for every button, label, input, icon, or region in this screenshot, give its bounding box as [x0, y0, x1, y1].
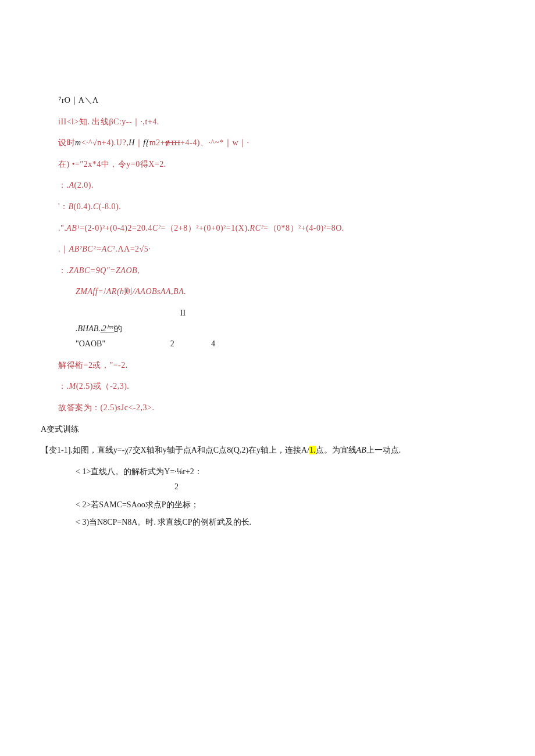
- line-3c: <·^√n+4).U?,: [81, 138, 129, 147]
- page-content: ⁷rO｜A＼Λ iII<l>知. 出线βC:y--｜·,t+4. 设时m<·^√…: [0, 0, 535, 568]
- line-9: ：.ZABC=9Q″=ZAOB,: [58, 263, 488, 279]
- line-6: '：B(0.4).C(-8.0).: [58, 199, 488, 215]
- l7a: .".: [58, 224, 66, 232]
- l17c: 点。为宜线AB上一动点.: [316, 446, 401, 454]
- line-15: 故答案为：(2.5)sJc<-2,3>.: [58, 400, 488, 416]
- l14b: M: [69, 382, 76, 390]
- grid-c: "OAOB": [76, 336, 135, 352]
- l14c: (2.5)或（-2,3).: [76, 382, 130, 390]
- line-3d: H: [129, 138, 135, 147]
- sub-items: < 1>直线八。的解析式为Y=·⅛r+2： 2 < 2>若SAMC=SAoo求点…: [76, 464, 488, 531]
- l8a: .｜: [58, 245, 69, 253]
- line-3: 设时m<·^√n+4).U?,H｜f{m2+ɇɪɪɪ+4-4)、·^~*｜w｜·: [58, 135, 488, 151]
- line-5a: ：.: [58, 181, 69, 189]
- grid-a: .BHAB.ᵢ2ˡᵐˡ的: [76, 321, 215, 337]
- line-5: ：.A(2.0).: [58, 178, 488, 194]
- l9a: ：.: [58, 266, 69, 275]
- l10c: AR(h: [106, 287, 124, 296]
- line-3f: f{: [143, 138, 149, 147]
- line-10: ZMAff=/AR(h则/AAOBsAA,BA.: [76, 284, 488, 300]
- line-18: < 1>直线八。的解析式为Y=·⅛r+2： 2: [76, 464, 488, 495]
- line-19: < 2>若SAMC=SAoo求点P的坐标；: [76, 497, 488, 513]
- grid-d: 2: [141, 336, 174, 352]
- line-5b: A: [69, 181, 74, 189]
- line-1: ⁷rO｜A＼Λ: [58, 93, 488, 109]
- line-3b: m: [75, 138, 81, 147]
- line-14: ：.M(2.5)或（-2,3).: [58, 379, 488, 395]
- l8b: AB²BC²=AC².: [69, 245, 118, 253]
- grid-block: II .BHAB.ᵢ2ˡᵐˡ的 "OAOB" 2 4: [58, 306, 488, 352]
- l10a: ZMAff=: [76, 287, 104, 296]
- line-20: < 3)当N8CP=N8A。时. 求直线CP的例析武及的长.: [76, 515, 488, 531]
- line-3g: m2+ɇɪɪɪ+4-4)、·^~*｜w｜·: [149, 138, 249, 147]
- l7c: =(2-0)²+(0-4)2=20.4: [80, 224, 152, 232]
- grid-e: 4: [180, 336, 215, 352]
- line-16: A变式训练: [41, 422, 488, 438]
- line-6c: (0.4).: [74, 202, 93, 211]
- line-6d: C: [93, 202, 99, 211]
- l17a: 【变1-1].如图，直线y=-χ7交X轴和y轴于点A和点C点8(Q,2)在y轴上…: [41, 446, 309, 454]
- highlight: 1.: [309, 446, 316, 454]
- l7f: RC²: [250, 224, 264, 232]
- l9b: ZABC=9Q″=ZAOB,: [69, 266, 140, 275]
- l7d: C²: [152, 224, 161, 232]
- l7g: =（0*8）²+(4-0)²=8O.: [263, 224, 344, 232]
- line-8: .｜AB²BC²=AC².ΛΛ=2√5·: [58, 242, 488, 257]
- line-4: 在) •=″2x*4中，令y=0得X=2.: [58, 157, 488, 173]
- l7e: =（2+8）²+(0+0)²=1(X).: [160, 224, 249, 232]
- l10e: /AAOBsAA,BA.: [133, 287, 186, 296]
- line-3e: ｜: [135, 138, 144, 147]
- l8c: ΛΛ=2√5·: [117, 245, 151, 253]
- l10d: 则: [124, 287, 133, 296]
- l18b: 2: [174, 482, 179, 491]
- line-6a: '：: [58, 202, 69, 211]
- line-6b: B: [69, 202, 74, 211]
- line-6e: (-8.0).: [99, 202, 122, 211]
- grid-ii: II: [180, 306, 215, 321]
- line-17: 【变1-1].如图，直线y=-χ7交X轴和y轴于点A和点C点8(Q,2)在y轴上…: [41, 443, 488, 458]
- line-5c: (2.0).: [74, 181, 94, 189]
- line-7: .".AB¹=(2-0)²+(0-4)2=20.4C²=（2+8）²+(0+0)…: [58, 221, 488, 237]
- l7b: AB¹: [66, 224, 80, 232]
- l14a: ：.: [58, 382, 69, 390]
- line-3a: 设时: [58, 138, 75, 147]
- l18a: < 1>直线八。的解析式为Y=·⅛r+2：: [76, 467, 202, 476]
- line-13: 解得桁=2或，″=-2.: [58, 358, 488, 374]
- line-2: iII<l>知. 出线βC:y--｜·,t+4.: [58, 114, 488, 130]
